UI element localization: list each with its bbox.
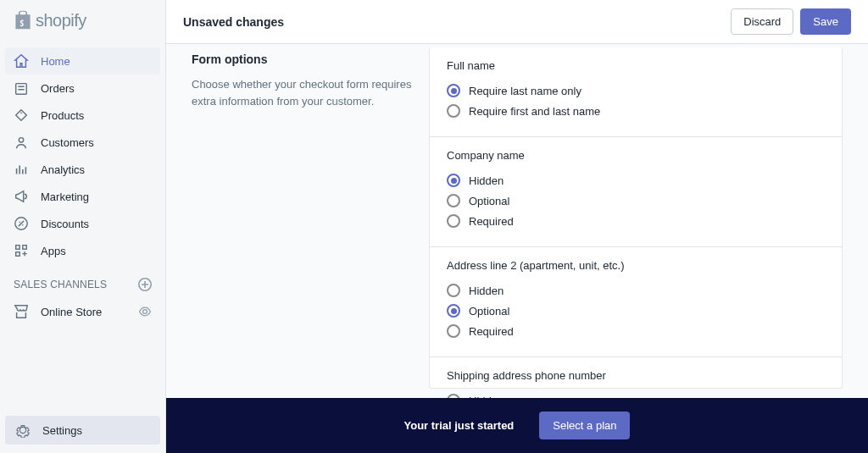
radio-button[interactable] bbox=[447, 284, 460, 297]
field-group: Address line 2 (apartment, unit, etc.)Hi… bbox=[430, 246, 842, 356]
radio-option[interactable]: Hidden bbox=[447, 280, 825, 301]
radio-button[interactable] bbox=[447, 304, 460, 318]
orders-icon bbox=[14, 80, 29, 96]
sidebar-item-marketing[interactable]: Marketing bbox=[0, 183, 165, 210]
sidebar-item-discounts[interactable]: Discounts bbox=[0, 210, 165, 237]
radio-button[interactable] bbox=[447, 194, 460, 207]
radio-label: Require first and last name bbox=[469, 105, 600, 118]
svg-rect-0 bbox=[16, 84, 27, 95]
add-channel-icon[interactable] bbox=[138, 278, 152, 291]
radio-option[interactable]: Require last name only bbox=[447, 80, 825, 101]
nav-label: Analytics bbox=[41, 163, 85, 176]
store-icon bbox=[14, 304, 29, 319]
gear-icon bbox=[15, 423, 31, 438]
app-root: shopify HomeOrdersProductsCustomersAnaly… bbox=[0, 0, 868, 453]
discard-button[interactable]: Discard bbox=[731, 8, 793, 35]
form-options-description: Choose whether your checkout form requir… bbox=[192, 76, 412, 109]
field-group-title: Shipping address phone number bbox=[447, 369, 825, 382]
sidebar-settings[interactable]: Settings bbox=[5, 416, 160, 445]
radio-option[interactable]: Required bbox=[447, 211, 825, 231]
field-group-title: Company name bbox=[447, 149, 825, 162]
radio-button[interactable] bbox=[447, 174, 460, 187]
settings-label: Settings bbox=[42, 424, 82, 437]
radio-button[interactable] bbox=[447, 324, 460, 338]
analytics-icon bbox=[14, 162, 29, 177]
radio-option[interactable]: Optional bbox=[447, 301, 825, 321]
sidebar-item-apps[interactable]: Apps bbox=[0, 237, 165, 264]
online-store-label: Online Store bbox=[41, 306, 126, 318]
sales-channels-label: SALES CHANNELS bbox=[14, 279, 107, 290]
shopify-bag-icon bbox=[14, 10, 32, 30]
svg-rect-6 bbox=[16, 252, 20, 257]
nav-label: Products bbox=[41, 109, 84, 122]
field-group: Company nameHiddenOptionalRequired bbox=[430, 136, 842, 246]
field-group: Full nameRequire last name onlyRequire f… bbox=[430, 47, 842, 136]
radio-label: Required bbox=[469, 215, 514, 228]
sales-channels-header: SALES CHANNELS bbox=[0, 264, 165, 298]
unsaved-changes-title: Unsaved changes bbox=[183, 15, 284, 29]
customers-icon bbox=[14, 135, 29, 150]
radio-label: Hidden bbox=[469, 285, 504, 297]
svg-rect-4 bbox=[16, 246, 20, 250]
context-actions: Discard Save bbox=[731, 8, 851, 35]
brand-logo: shopify bbox=[0, 0, 165, 41]
nav-label: Discounts bbox=[41, 218, 89, 230]
radio-label: Hidden bbox=[469, 174, 504, 187]
radio-label: Optional bbox=[469, 305, 509, 318]
section-description: Form options Choose whether your checkou… bbox=[192, 47, 412, 389]
svg-rect-5 bbox=[23, 246, 27, 250]
nav-label: Customers bbox=[41, 136, 94, 149]
sidebar-item-online-store[interactable]: Online Store bbox=[0, 298, 165, 325]
radio-button[interactable] bbox=[447, 84, 460, 97]
primary-nav: HomeOrdersProductsCustomersAnalyticsMark… bbox=[0, 41, 165, 416]
field-group-title: Full name bbox=[447, 59, 825, 72]
svg-point-2 bbox=[19, 138, 23, 142]
brand-name: shopify bbox=[36, 11, 86, 30]
view-store-icon[interactable] bbox=[138, 305, 152, 318]
radio-option[interactable]: Hidden bbox=[447, 170, 825, 191]
sidebar-item-analytics[interactable]: Analytics bbox=[0, 156, 165, 183]
settings-content: Form options Choose whether your checkou… bbox=[166, 44, 868, 406]
trial-text: Your trial just started bbox=[404, 419, 515, 432]
main: Unsaved changes Discard Save Form option… bbox=[166, 0, 868, 453]
radio-option[interactable]: Required bbox=[447, 321, 825, 341]
nav-label: Marketing bbox=[41, 191, 89, 203]
radio-option[interactable]: Require first and last name bbox=[447, 101, 825, 121]
radio-option[interactable]: Optional bbox=[447, 191, 825, 211]
radio-label: Require last name only bbox=[469, 85, 581, 97]
radio-button[interactable] bbox=[447, 104, 460, 118]
sidebar-item-customers[interactable]: Customers bbox=[0, 129, 165, 156]
form-options-card: Full nameRequire last name onlyRequire f… bbox=[429, 47, 843, 389]
sidebar-item-products[interactable]: Products bbox=[0, 102, 165, 129]
products-icon bbox=[14, 108, 29, 123]
sidebar: shopify HomeOrdersProductsCustomersAnaly… bbox=[0, 0, 166, 453]
marketing-icon bbox=[14, 189, 29, 204]
save-button[interactable]: Save bbox=[800, 8, 851, 35]
trial-banner: Your trial just started Select a plan bbox=[166, 398, 868, 453]
select-plan-button[interactable]: Select a plan bbox=[539, 412, 630, 439]
nav-label: Home bbox=[41, 55, 70, 68]
sidebar-item-orders[interactable]: Orders bbox=[0, 75, 165, 102]
home-icon bbox=[14, 53, 29, 69]
radio-label: Optional bbox=[469, 195, 509, 207]
context-bar: Unsaved changes Discard Save bbox=[166, 0, 868, 44]
svg-point-1 bbox=[20, 112, 22, 113]
sidebar-item-home[interactable]: Home bbox=[5, 47, 160, 75]
nav-label: Apps bbox=[41, 245, 66, 257]
field-group-title: Address line 2 (apartment, unit, etc.) bbox=[447, 259, 825, 272]
nav-label: Orders bbox=[41, 82, 75, 95]
discounts-icon bbox=[14, 216, 29, 231]
form-options-title: Form options bbox=[192, 52, 412, 66]
apps-icon bbox=[14, 243, 29, 258]
radio-button[interactable] bbox=[447, 214, 460, 228]
radio-label: Required bbox=[469, 325, 514, 338]
